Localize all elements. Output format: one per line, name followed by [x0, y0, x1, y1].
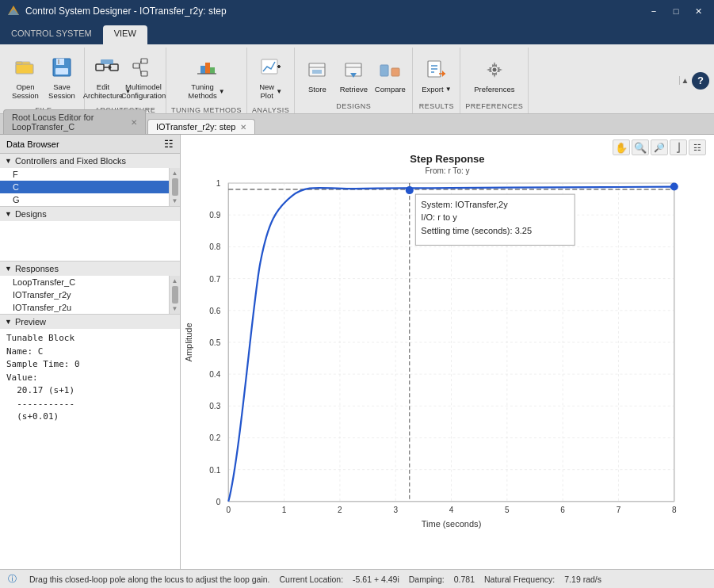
controllers-section-header[interactable]: ▼ Controllers and Fixed Blocks	[0, 154, 180, 168]
designs-section-header[interactable]: ▼ Designs	[0, 207, 180, 221]
svg-rect-9	[58, 59, 59, 64]
help-button[interactable]: ?	[692, 72, 709, 90]
ribbon-group-tuning: TuningMethods ▼ TUNING METHODS	[166, 48, 247, 113]
tab-root-locus[interactable]: Root Locus Editor for LoopTransfer_C ✕	[3, 109, 146, 134]
open-session-label: OpenSession	[12, 82, 39, 101]
svg-text:1: 1	[216, 179, 221, 188]
ribbon-group-architecture: Edit Architecture ▼ MultimodelConfigurat…	[85, 48, 166, 113]
close-button[interactable]: ✕	[689, 3, 708, 19]
tooltip-system: System: IOTransfer,2y	[421, 200, 508, 209]
controllers-scrollbar[interactable]: ▲ ▼	[169, 168, 180, 206]
compare-button[interactable]: Compare	[372, 53, 407, 99]
svg-line-19	[139, 66, 141, 74]
tuning-methods-button[interactable]: TuningMethods ▼	[189, 51, 224, 105]
response-iotransfer-r2u[interactable]: IOTransfer_r2u	[0, 301, 180, 314]
root-locus-tab-close[interactable]: ✕	[131, 118, 137, 127]
edit-architecture-button[interactable]: Edit Architecture ▼	[90, 51, 124, 105]
svg-text:0: 0	[216, 498, 221, 506]
multimodel-button[interactable]: MultimodelConfiguration	[126, 51, 161, 105]
sidebar-header: Data Browser ☷	[0, 135, 180, 154]
data-cursor-button[interactable]: ⎦	[670, 139, 687, 155]
response-iotransfer-r2y[interactable]: IOTransfer_r2y	[0, 288, 180, 301]
ribbon-group-file: OpenSession SaveSession FILE	[3, 48, 85, 113]
step-response-chart[interactable]: Step Response From: r To: y	[181, 135, 714, 569]
svg-rect-30	[380, 65, 388, 76]
controller-G[interactable]: G	[0, 193, 180, 206]
plot-options-button[interactable]: ☷	[689, 139, 706, 155]
new-plot-label: NewPlot ▼	[259, 82, 282, 101]
zoom-in-button[interactable]: 🔍	[632, 139, 649, 155]
svg-rect-8	[55, 68, 68, 74]
ribbon-group-results: Export ▼ RESULTS	[413, 48, 460, 113]
new-plot-button[interactable]: NewPlot ▼	[254, 51, 288, 105]
from-to-label: From: r To: y	[425, 166, 469, 175]
controllers-list: F C G ▲ ▼	[0, 168, 180, 206]
controller-F[interactable]: F	[0, 168, 180, 181]
svg-text:0.6: 0.6	[209, 307, 220, 315]
export-button[interactable]: Export ▼	[419, 53, 454, 99]
svg-text:3: 3	[393, 506, 398, 514]
svg-text:0.7: 0.7	[209, 275, 220, 284]
designs-list	[0, 221, 180, 261]
tab-iotransfer[interactable]: IOTransfer_r2y: step ✕	[147, 119, 255, 134]
compare-icon	[377, 57, 403, 82]
preview-header[interactable]: ▼ Preview	[0, 315, 180, 329]
save-session-button[interactable]: SaveSession	[44, 51, 79, 105]
svg-text:1: 1	[282, 506, 287, 514]
designs-label: Designs	[15, 209, 47, 219]
svg-point-40	[492, 68, 496, 72]
plot-toolbar: ✋ 🔍 🔎 ⎦ ☷	[613, 139, 706, 155]
responses-section-header[interactable]: ▼ Responses	[0, 262, 180, 276]
open-icon	[13, 55, 38, 80]
store-label: Store	[308, 85, 326, 94]
freq-value: 7.19 rad/s	[564, 575, 601, 584]
damping-value: 0.781	[454, 575, 475, 584]
iotransfer-tab-close[interactable]: ✕	[240, 123, 246, 132]
preferences-label: Preferences	[474, 85, 514, 94]
status-bar: ⓘ Drag this closed-loop pole along the l…	[0, 569, 714, 588]
svg-rect-15	[133, 63, 139, 68]
filter-icon[interactable]: ☷	[164, 138, 174, 150]
svg-text:0.4: 0.4	[209, 370, 220, 379]
controllers-label: Controllers and Fixed Blocks	[15, 156, 126, 166]
store-button[interactable]: Store	[300, 53, 334, 99]
iotransfer-tab-label: IOTransfer_r2y: step	[156, 122, 235, 132]
responses-scrollbar[interactable]: ▲ ▼	[169, 276, 180, 314]
ribbon-group-preferences: Preferences PREFERENCES	[460, 48, 529, 113]
zoom-out-button[interactable]: 🔎	[651, 139, 668, 155]
freq-label: Natural Frequency:	[484, 575, 555, 584]
svg-rect-14	[101, 59, 113, 64]
maximize-button[interactable]: □	[666, 3, 685, 19]
chart-title: Step Response	[410, 153, 484, 165]
svg-text:6: 6	[560, 506, 565, 514]
save-icon	[49, 55, 74, 80]
designs-section: ▼ Designs	[0, 207, 180, 262]
status-message: Drag this closed-loop pole along the loc…	[29, 575, 270, 584]
retrieve-button[interactable]: Retrieve	[336, 53, 371, 99]
designs-group-label: DESIGNS	[336, 101, 371, 113]
svg-text:7: 7	[617, 506, 621, 514]
damping-label: Damping:	[409, 575, 445, 584]
designs-arrow: ▼	[5, 210, 12, 218]
retrieve-icon	[341, 57, 366, 82]
svg-text:2: 2	[338, 506, 342, 514]
window-title: Control System Designer - IOTransfer_r2y…	[25, 6, 227, 17]
app-icon	[6, 4, 21, 18]
controllers-section: ▼ Controllers and Fixed Blocks F C G ▲ ▼	[0, 154, 180, 207]
preferences-button[interactable]: Preferences	[477, 53, 512, 99]
responses-section: ▼ Responses LoopTransfer_C IOTransfer_r2…	[0, 262, 180, 315]
svg-rect-26	[312, 70, 322, 74]
svg-rect-21	[262, 59, 277, 74]
tuning-label: TuningMethods ▼	[188, 82, 224, 101]
controller-C[interactable]: C	[0, 181, 180, 193]
ribbon-scroll-up[interactable]: ▲	[679, 76, 690, 85]
minimize-button[interactable]: −	[644, 3, 663, 19]
svg-text:5: 5	[505, 506, 510, 514]
open-session-button[interactable]: OpenSession	[8, 51, 43, 105]
response-looptransfer-c[interactable]: LoopTransfer_C	[0, 276, 180, 288]
tooltip-settling: Settling time (seconds): 3.25	[421, 226, 532, 235]
tab-view[interactable]: VIEW	[103, 25, 147, 44]
pan-tool-button[interactable]: ✋	[613, 139, 630, 155]
titlebar: Control System Designer - IOTransfer_r2y…	[0, 0, 714, 22]
tab-control-system[interactable]: CONTROL SYSTEM	[0, 25, 103, 44]
